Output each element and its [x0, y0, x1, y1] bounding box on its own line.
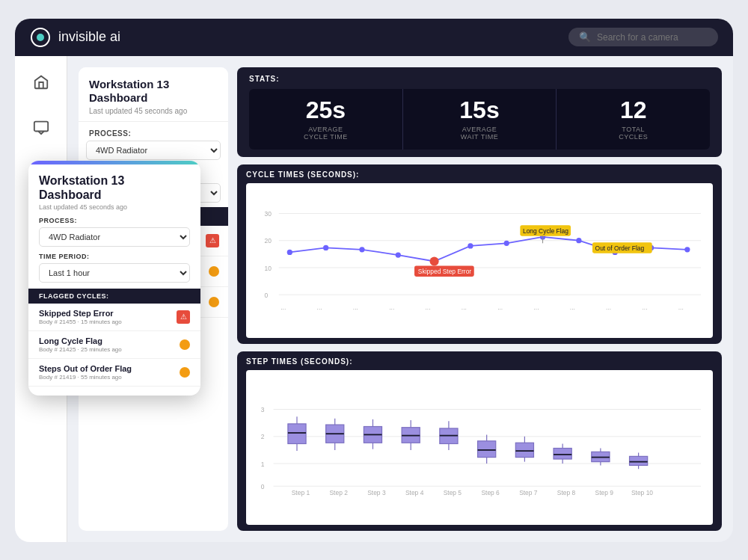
- cycle-times-chart-label: CYCLE TIMES (SECONDS):: [246, 170, 713, 179]
- stat-label: AVERAGECYCLE TIME: [304, 126, 348, 141]
- svg-text:10: 10: [264, 264, 272, 271]
- svg-text:1: 1: [261, 460, 265, 467]
- svg-point-17: [504, 240, 509, 245]
- mobile-flag-info: Long Cycle Flag Body # 21425 · 25 minute…: [39, 336, 122, 353]
- svg-point-16: [468, 243, 473, 248]
- svg-point-15: [430, 256, 439, 265]
- svg-text:Out of Order Flag: Out of Order Flag: [595, 244, 645, 252]
- process-select[interactable]: 4WD Radiator: [86, 141, 221, 160]
- svg-rect-52: [288, 423, 306, 443]
- flag-meta: Body # 21419 · 55 minutes ago: [39, 374, 132, 381]
- mobile-flag-info: Steps Out of Order Flag Body # 21419 · 5…: [39, 364, 132, 381]
- search-bar[interactable]: 🔍: [568, 28, 718, 46]
- svg-point-12: [323, 244, 328, 250]
- sidebar-item-home[interactable]: [26, 67, 56, 97]
- dashboard-subtitle: Last updated 45 seconds ago: [89, 107, 218, 115]
- flag-name: Steps Out of Order Flag: [39, 364, 132, 373]
- brand-name: invisible ai: [58, 29, 120, 45]
- mobile-flag-info: Skipped Step Error Body # 21455 · 15 min…: [39, 309, 122, 325]
- svg-rect-70: [515, 443, 533, 457]
- svg-text:...: ...: [606, 303, 611, 310]
- step-times-chart-label: STEP TIMES (SECONDS):: [246, 357, 713, 366]
- stat-label: TOTALCYCLES: [619, 126, 648, 141]
- mobile-time-period-label: TIME PERIOD:: [39, 253, 190, 260]
- svg-text:...: ...: [426, 303, 431, 310]
- svg-text:...: ...: [317, 303, 322, 310]
- svg-rect-2: [34, 121, 47, 131]
- app-container: invisible ai 🔍: [15, 19, 733, 542]
- svg-text:...: ...: [570, 303, 575, 310]
- flag-meta: Body # 21455 · 15 minutes ago: [39, 319, 122, 325]
- mobile-flagged-header: FLAGGED CYCLES:: [28, 289, 200, 304]
- mobile-time-period-select[interactable]: Last 1 hour: [39, 263, 190, 283]
- svg-text:...: ...: [280, 303, 286, 310]
- svg-point-13: [359, 247, 364, 252]
- search-icon: 🔍: [579, 31, 591, 43]
- sidebar-item-chat[interactable]: [26, 112, 56, 142]
- svg-text:Step 2: Step 2: [329, 489, 348, 496]
- step-times-chart-area: 3 2 1 0: [246, 370, 713, 525]
- svg-text:0: 0: [264, 291, 268, 298]
- mobile-process-label: PROCESS:: [39, 217, 190, 224]
- list-item[interactable]: Long Cycle Flag Body # 21425 · 25 minute…: [28, 331, 200, 359]
- list-item[interactable]: Skipped Step Error Body # 21455 · 15 min…: [28, 304, 200, 331]
- stat-value: 12: [620, 98, 647, 122]
- search-input[interactable]: [597, 32, 708, 43]
- stats-panel: STATS: 25s AVERAGECYCLE TIME 15s AVERAGE…: [237, 67, 722, 157]
- stat-label: AVERAGEWAIT TIME: [461, 126, 498, 141]
- brand-logo-icon: [30, 27, 51, 48]
- svg-text:Step 10: Step 10: [631, 489, 653, 496]
- svg-text:2: 2: [261, 433, 265, 440]
- svg-text:Step 8: Step 8: [557, 489, 576, 496]
- svg-point-19: [576, 238, 581, 243]
- svg-text:Skipped Step Error: Skipped Step Error: [418, 268, 471, 275]
- stat-item-wait-time: 15s AVERAGEWAIT TIME: [403, 89, 557, 150]
- stats-grid: 25s AVERAGECYCLE TIME 15s AVERAGEWAIT TI…: [249, 89, 710, 150]
- flag-name: Long Cycle Flag: [39, 336, 122, 345]
- svg-point-11: [287, 249, 292, 254]
- brand: invisible ai: [30, 27, 120, 48]
- flag-name: Skipped Step Error: [39, 309, 122, 318]
- svg-text:20: 20: [264, 237, 272, 244]
- svg-point-1: [37, 34, 44, 41]
- svg-text:Step 5: Step 5: [444, 489, 462, 496]
- svg-text:...: ...: [642, 303, 647, 310]
- svg-point-14: [396, 252, 401, 257]
- svg-rect-67: [478, 440, 496, 457]
- svg-text:...: ...: [533, 303, 539, 310]
- cycle-times-chart-area: 30 20 10 0: [246, 183, 713, 338]
- svg-text:...: ...: [497, 303, 503, 310]
- steps-out-of-order-badge: [209, 297, 219, 307]
- mobile-overlay: Workstation 13 Dashboard Last updated 45…: [28, 161, 200, 396]
- svg-text:Step 4: Step 4: [405, 489, 424, 496]
- stat-item-cycle-time: 25s AVERAGECYCLE TIME: [249, 89, 403, 150]
- mobile-process-select[interactable]: 4WD Radiator: [39, 227, 190, 247]
- svg-point-22: [684, 247, 690, 252]
- cycle-times-svg: 30 20 10 0: [254, 189, 705, 333]
- svg-text:30: 30: [264, 210, 272, 218]
- svg-text:Step 3: Step 3: [367, 489, 386, 496]
- mobile-flagged-list: Skipped Step Error Body # 21455 · 15 min…: [28, 304, 200, 387]
- cycle-times-chart-panel: CYCLE TIMES (SECONDS): 30 20 10 0: [237, 164, 722, 344]
- mobile-long-cycle-badge: [180, 339, 190, 350]
- step-times-svg: 3 2 1 0: [254, 376, 705, 520]
- svg-text:...: ...: [678, 303, 684, 310]
- right-panels: STATS: 25s AVERAGECYCLE TIME 15s AVERAGE…: [237, 67, 722, 531]
- svg-text:Step 6: Step 6: [481, 489, 500, 496]
- svg-text:Step 7: Step 7: [519, 489, 538, 496]
- mobile-content: Workstation 13 Dashboard Last updated 45…: [28, 164, 200, 396]
- svg-text:...: ...: [462, 303, 467, 310]
- flag-meta: Body # 21425 · 25 minutes ago: [39, 346, 122, 353]
- list-item[interactable]: Steps Out of Order Flag Body # 21419 · 5…: [28, 359, 200, 387]
- svg-text:...: ...: [389, 303, 394, 310]
- svg-text:Step 9: Step 9: [595, 489, 614, 496]
- mobile-subtitle: Last updated 45 seconds ago: [39, 203, 190, 211]
- stat-value: 15s: [459, 98, 499, 122]
- svg-text:Step 1: Step 1: [292, 489, 310, 496]
- svg-text:0: 0: [261, 482, 265, 490]
- dashboard-title: Workstation 13 Dashboard: [89, 78, 218, 105]
- long-cycle-flag-badge: [209, 266, 219, 277]
- svg-rect-73: [554, 448, 571, 458]
- mobile-steps-order-badge: [180, 367, 190, 378]
- process-label: PROCESS:: [79, 122, 228, 141]
